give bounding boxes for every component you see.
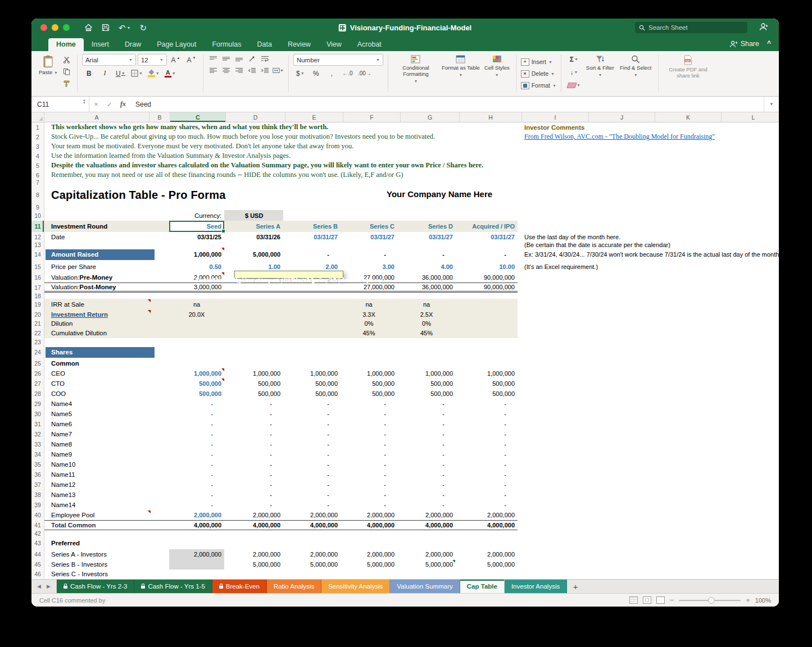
cell-D31[interactable]: - <box>224 419 283 429</box>
cell-A22[interactable]: Cumulative Dilution <box>44 328 169 338</box>
cell-A39[interactable]: Name14 <box>44 500 169 510</box>
cell-G38[interactable]: - <box>397 490 456 500</box>
cell-G41[interactable]: 4,000,000 <box>397 521 456 530</box>
company-name[interactable]: Your Company Name Here <box>387 189 492 199</box>
increase-indent-icon[interactable] <box>260 66 271 75</box>
cell-H24[interactable] <box>456 346 518 358</box>
row-header-42[interactable]: 42 <box>31 530 44 537</box>
ribbon-tab-data[interactable]: Data <box>249 38 279 51</box>
cell-E41[interactable]: 4,000,000 <box>283 521 341 530</box>
cell-D43[interactable] <box>224 537 283 549</box>
font-size-select[interactable]: 12▼ <box>138 54 167 66</box>
cell-E14[interactable]: - <box>283 248 341 261</box>
cell-F10[interactable] <box>341 210 397 221</box>
cell-H46[interactable] <box>456 569 518 578</box>
cell-D5[interactable] <box>224 161 283 170</box>
cell-H33[interactable]: - <box>456 439 518 449</box>
cell-C10[interactable]: Currency: <box>169 210 224 221</box>
fill-button[interactable]: ↓▼ <box>567 67 581 78</box>
cell-F43[interactable] <box>341 537 397 549</box>
cell-G46[interactable] <box>397 569 456 578</box>
cell-C42[interactable] <box>169 530 224 537</box>
cell-C30[interactable]: - <box>169 409 224 419</box>
cell-E26[interactable]: 1,000,000 <box>283 368 341 379</box>
cell-C44[interactable]: 2,000,000 <box>169 549 224 559</box>
row-header-8[interactable]: 8 <box>31 185 44 204</box>
cell-E35[interactable]: - <box>283 459 341 470</box>
column-header-F[interactable]: F <box>343 112 401 122</box>
cell-G34[interactable]: - <box>397 449 456 459</box>
cell-E22[interactable] <box>283 328 341 338</box>
cell-E24[interactable] <box>283 346 341 358</box>
cell-H10[interactable] <box>456 210 518 221</box>
row-header-37[interactable]: 37 <box>31 480 44 490</box>
cell-A14[interactable]: Amount Raised <box>44 248 169 261</box>
cell-A33[interactable]: Name8 <box>44 439 169 449</box>
cell-D25[interactable] <box>224 358 283 368</box>
fill-color-button[interactable]: ▼ <box>146 68 161 79</box>
cell-C28[interactable]: 500,000 <box>169 389 224 399</box>
cell-D34[interactable]: - <box>224 449 283 459</box>
cell-F15[interactable]: 3.00 <box>341 261 397 272</box>
cell-A40[interactable]: Employee Pool <box>44 510 169 520</box>
orientation-icon[interactable] <box>247 54 258 63</box>
cell-C22[interactable] <box>169 328 224 338</box>
cell-G24[interactable] <box>397 346 456 358</box>
cell-F1[interactable] <box>341 122 397 132</box>
cell-C37[interactable]: - <box>169 480 224 490</box>
close-window-button[interactable] <box>40 24 47 31</box>
add-sheet-button[interactable]: + <box>567 580 584 593</box>
cell-H28[interactable]: 500,000 <box>456 389 518 399</box>
cell-E45[interactable]: 5,000,000 <box>283 559 341 569</box>
cell-H13[interactable] <box>456 242 518 248</box>
copy-button[interactable] <box>61 67 72 76</box>
cell-E21[interactable] <box>283 319 341 328</box>
cell-D4[interactable] <box>224 151 283 161</box>
minimize-window-button[interactable] <box>52 24 58 31</box>
zoom-slider-knob[interactable] <box>708 597 715 604</box>
increase-decimal-button[interactable]: ←.0 <box>341 68 355 79</box>
cell-C3[interactable] <box>169 142 224 151</box>
cell-D21[interactable] <box>224 319 283 328</box>
cell-D38[interactable]: - <box>224 490 283 500</box>
cell-H37[interactable]: - <box>456 480 518 490</box>
cell-F6[interactable] <box>341 170 397 180</box>
increase-font-size-button[interactable]: A▲ <box>169 54 183 65</box>
row-header-1[interactable]: 1 <box>31 122 44 132</box>
zoom-window-button[interactable] <box>63 24 70 31</box>
align-left-icon[interactable] <box>208 66 219 75</box>
row-header-45[interactable]: 45 <box>31 559 44 569</box>
cell-A35[interactable]: Name10 <box>44 459 169 470</box>
find-select-button[interactable]: Find & Select▼ <box>618 54 654 93</box>
row-header-22[interactable]: 22 <box>31 328 44 338</box>
cell-E18[interactable] <box>283 293 341 299</box>
cell-E40[interactable]: 2,000,000 <box>283 510 341 520</box>
cell-G43[interactable] <box>397 537 456 549</box>
format-cells-button[interactable]: ▦Format▼ <box>521 81 556 90</box>
cell-E12[interactable]: 03/31/27 <box>283 232 341 242</box>
cell-F3[interactable] <box>341 142 397 151</box>
sheet-tab-cap-table[interactable]: Cap Table <box>460 580 505 593</box>
zoom-slider[interactable] <box>679 600 741 601</box>
cell-D30[interactable]: - <box>224 409 283 419</box>
cell-D29[interactable]: - <box>224 399 283 409</box>
cell-C34[interactable]: - <box>169 449 224 459</box>
cell-H20[interactable] <box>456 309 518 319</box>
cell-A11[interactable]: Investment Round <box>44 221 169 232</box>
insert-cells-button[interactable]: +Insert▼ <box>521 57 556 67</box>
row-header-27[interactable]: 27 <box>31 379 44 389</box>
cell-A38[interactable]: Name13 <box>44 490 169 500</box>
font-name-select[interactable]: Arial▼ <box>82 54 136 66</box>
cell-C46[interactable] <box>169 569 224 578</box>
cell-H7[interactable] <box>456 180 518 185</box>
cell-C13[interactable] <box>169 242 224 248</box>
row-header-25[interactable]: 25 <box>31 358 44 368</box>
cell-C29[interactable]: - <box>169 399 224 409</box>
cell-G15[interactable]: 4.00 <box>397 261 456 272</box>
cell-F18[interactable] <box>341 293 397 299</box>
cell-A5[interactable]: Despite the valuations and investor shar… <box>44 161 169 170</box>
cell-E43[interactable] <box>283 537 341 549</box>
paste-button[interactable]: Paste ▼ <box>37 54 60 77</box>
cell-A28[interactable]: COO <box>44 389 169 399</box>
cell-G12[interactable]: 03/31/27 <box>397 232 456 242</box>
